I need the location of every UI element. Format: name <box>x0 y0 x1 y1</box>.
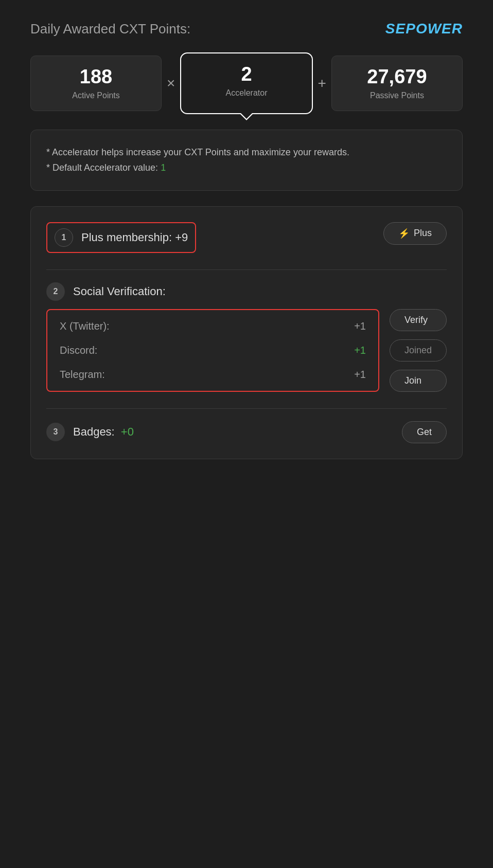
brand-name: SEPOWER <box>385 21 463 37</box>
divider-1 <box>46 269 447 270</box>
lightning-icon: ⚡ <box>398 228 410 239</box>
telegram-value: +1 <box>354 369 366 381</box>
accelerator-value: 2 <box>193 64 299 85</box>
social-items-wrapper: X (Twitter): +1 Discord: +1 Telegram: +1… <box>46 309 447 392</box>
header-title: Daily Awarded CXT Points: <box>30 21 190 37</box>
passive-points-value: 27,679 <box>344 66 450 88</box>
active-points-label: Active Points <box>43 91 149 100</box>
active-points-card: 188 Active Points <box>30 56 162 111</box>
main-card: 1 Plus membership: +9 ⚡ Plus 2 Social Ve… <box>30 206 463 459</box>
discord-row: Discord: +1 <box>60 345 366 356</box>
joined-button: Joined <box>390 339 447 361</box>
main-container: Daily Awarded CXT Points: SEPOWER 188 Ac… <box>30 21 463 847</box>
get-label: Get <box>417 427 432 438</box>
membership-section-row: 1 Plus membership: +9 ⚡ Plus <box>46 222 447 253</box>
twitter-row: X (Twitter): +1 <box>60 320 366 332</box>
verify-button[interactable]: Verify <box>390 309 447 331</box>
active-points-value: 188 <box>43 66 149 88</box>
join-label: Join <box>404 375 421 386</box>
membership-label: Plus membership: +9 <box>81 231 188 244</box>
header: Daily Awarded CXT Points: SEPOWER <box>30 21 463 37</box>
social-number: 2 <box>46 282 65 301</box>
telegram-label: Telegram: <box>60 369 105 381</box>
info-line2: * Default Accelerator value: 1 <box>46 160 447 176</box>
get-button[interactable]: Get <box>402 421 447 443</box>
accelerator-label: Accelerator <box>193 88 299 98</box>
info-box: * Accelerator helps increase your CXT Po… <box>30 130 463 191</box>
badges-label: Badges: +0 <box>73 425 134 439</box>
social-buttons: Verify Joined Join <box>390 309 447 392</box>
twitter-value: +1 <box>354 320 366 332</box>
divider-2 <box>46 408 447 409</box>
points-row: 188 Active Points × 2 Accelerator + 27,6… <box>30 52 463 114</box>
badges-number: 3 <box>46 423 65 441</box>
default-value: 1 <box>161 162 166 173</box>
discord-value: +1 <box>354 345 366 356</box>
accelerator-card: 2 Accelerator <box>180 52 312 114</box>
social-section: 2 Social Verification: X (Twitter): +1 D… <box>46 282 447 392</box>
membership-wrapper: 1 Plus membership: +9 <box>46 222 196 253</box>
plus-button[interactable]: ⚡ Plus <box>383 222 447 245</box>
passive-points-label: Passive Points <box>344 91 450 100</box>
social-items-box: X (Twitter): +1 Discord: +1 Telegram: +1 <box>46 309 379 392</box>
twitter-label: X (Twitter): <box>60 320 110 332</box>
multiply-operator: × <box>167 75 175 92</box>
plus-button-label: Plus <box>414 228 432 239</box>
join-button[interactable]: Join <box>390 370 447 392</box>
info-line1: * Accelerator helps increase your CXT Po… <box>46 144 447 160</box>
joined-label: Joined <box>404 345 432 355</box>
telegram-row: Telegram: +1 <box>60 369 366 381</box>
social-header: 2 Social Verification: <box>46 282 447 301</box>
social-title: Social Verification: <box>73 285 166 298</box>
membership-number: 1 <box>55 228 73 247</box>
badges-value: +0 <box>121 425 134 438</box>
badges-row: 3 Badges: +0 Get <box>46 421 447 443</box>
passive-points-card: 27,679 Passive Points <box>331 56 463 111</box>
plus-operator: + <box>318 75 326 92</box>
discord-label: Discord: <box>60 345 97 356</box>
badges-left: 3 Badges: +0 <box>46 423 134 441</box>
verify-label: Verify <box>404 315 428 326</box>
